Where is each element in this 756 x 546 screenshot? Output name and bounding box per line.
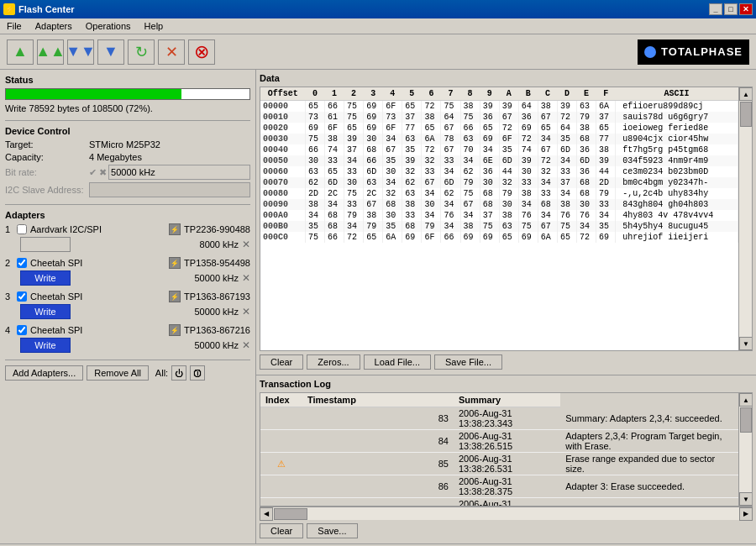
col-2: 2 bbox=[344, 87, 364, 101]
data-scroll-up[interactable]: ▲ bbox=[739, 87, 753, 101]
adapter-row1-1: 1 Aardvark I2C/SPI ⚡ TP2236-990488 bbox=[5, 223, 250, 235]
list-item: 87 2006-Aug-31 13:38:28.484 Adapter 2: E… bbox=[260, 498, 738, 507]
power-on-button[interactable]: ⏻ bbox=[171, 365, 186, 381]
close-button[interactable]: ✕ bbox=[739, 3, 753, 15]
progress-bar-container bbox=[5, 88, 250, 100]
data-buttons: Clear Zeros... Load File... Save File... bbox=[260, 351, 753, 371]
data-table-scroll[interactable]: Offset 0 1 2 3 4 5 6 7 8 9 bbox=[260, 87, 738, 350]
toolbar-down-button[interactable]: ▼ bbox=[97, 39, 124, 65]
adapter-name-3: Cheetah SPI bbox=[30, 291, 165, 302]
table-row: 00040667437686735726770343574676D3638ft7… bbox=[260, 144, 738, 155]
adapter-write-btn-2[interactable]: Write bbox=[20, 270, 71, 286]
log-table-wrapper: Index Timestamp Summary 83 2006-Aug-31 1… bbox=[260, 392, 753, 507]
menu-operations[interactable]: Operations bbox=[82, 20, 134, 32]
toolbar: ▲ ▲▲ ▼▼ ▼ ↻ ✕ ⊗ TOTALPHASE bbox=[0, 34, 756, 70]
logo: TOTALPHASE bbox=[638, 39, 749, 65]
col-c: C bbox=[538, 87, 557, 101]
adapter-num-4: 4 bbox=[5, 325, 13, 335]
toolbar-refresh-button[interactable]: ↻ bbox=[128, 39, 155, 65]
maximize-button[interactable]: □ bbox=[724, 3, 738, 15]
adapter-num-3: 3 bbox=[5, 291, 13, 302]
adapter-close-4[interactable]: ✕ bbox=[242, 339, 250, 351]
toolbar-up-all-button[interactable]: ▲▲ bbox=[37, 39, 64, 65]
table-row: 000503033346635393233346E6D3972346D39034… bbox=[260, 155, 738, 166]
adapter-checkbox-2[interactable] bbox=[17, 258, 27, 268]
data-table-header: Offset 0 1 2 3 4 5 6 7 8 9 bbox=[260, 87, 738, 101]
adapter-checkbox-4[interactable] bbox=[17, 325, 27, 335]
list-item: 86 2006-Aug-31 13:38:28.375 Adapter 3: E… bbox=[260, 475, 738, 498]
bitrate-label: Bit rate: bbox=[5, 167, 89, 177]
adapter-icon-3: ⚡ bbox=[169, 291, 181, 302]
hz-scroll-right[interactable]: ▶ bbox=[739, 507, 753, 521]
power-off-button[interactable]: ⏼ bbox=[190, 365, 205, 381]
remove-all-button[interactable]: Remove All bbox=[87, 365, 149, 381]
table-row: 00070626D30633462676D793032333437682Dbm0… bbox=[260, 177, 738, 188]
table-row: 000307538393034636A7863696F7234356877u89… bbox=[260, 134, 738, 144]
i2c-input[interactable] bbox=[89, 182, 250, 197]
log-scroll-down[interactable]: ▼ bbox=[739, 492, 753, 506]
hz-scrollbar: ◀ ▶ bbox=[260, 507, 753, 520]
log-col-index: Index bbox=[260, 393, 302, 407]
menu-help[interactable]: Help bbox=[141, 20, 167, 32]
adapter-row2-3: Write 50000 kHz ✕ bbox=[20, 304, 250, 319]
adapter-name-1: Aardvark I2C/SPI bbox=[30, 224, 165, 234]
adapter-speed-3: 50000 kHz bbox=[74, 307, 239, 317]
log-warn-cell bbox=[260, 430, 302, 453]
list-item: 83 2006-Aug-31 13:38:23.343 Summary: Ada… bbox=[260, 407, 738, 430]
col-6: 6 bbox=[422, 87, 441, 101]
adapter-speed-2: 50000 kHz bbox=[74, 273, 239, 283]
bitrate-input[interactable] bbox=[108, 165, 250, 180]
data-scroll-thumb[interactable] bbox=[740, 102, 752, 127]
table-row: 00000656675696F657275383939643839636Aefi… bbox=[260, 101, 738, 113]
data-zeros-button[interactable]: Zeros... bbox=[307, 354, 360, 370]
col-a: A bbox=[499, 87, 518, 101]
window-controls: _ □ ✕ bbox=[709, 3, 753, 15]
list-item: ⚠ 85 2006-Aug-31 13:38:26.531 Erase rang… bbox=[260, 453, 738, 475]
adapter-name-4: Cheetah SPI bbox=[30, 325, 165, 335]
col-ascii: ASCII bbox=[616, 87, 738, 101]
col-9: 9 bbox=[480, 87, 499, 101]
log-clear-button[interactable]: Clear bbox=[260, 523, 303, 538]
adapter-row1-3: 3 Cheetah SPI ⚡ TP1363-867193 bbox=[5, 291, 250, 302]
menu-file[interactable]: File bbox=[3, 20, 25, 32]
table-row: 000B0356834793568793438756375677534355h4… bbox=[260, 221, 738, 232]
target-row: Target: STMicro M25P32 bbox=[5, 139, 250, 150]
adapter-close-1[interactable]: ✕ bbox=[242, 239, 250, 250]
adapter-checkbox-3[interactable] bbox=[17, 291, 27, 302]
log-warn-cell: ⚠ bbox=[260, 453, 302, 475]
log-scroll-thumb[interactable] bbox=[740, 407, 752, 433]
status-section-title: Status bbox=[5, 75, 250, 85]
data-scroll-down[interactable]: ▼ bbox=[739, 337, 753, 350]
col-1: 1 bbox=[325, 87, 344, 101]
progress-bar-fill bbox=[6, 89, 181, 99]
data-load-button[interactable]: Load File... bbox=[364, 354, 431, 370]
log-table-scroll[interactable]: Index Timestamp Summary 83 2006-Aug-31 1… bbox=[260, 393, 738, 506]
log-save-button[interactable]: Save... bbox=[307, 523, 357, 538]
adapter-checkbox-1[interactable] bbox=[17, 224, 27, 234]
adapter-num-1: 1 bbox=[5, 224, 13, 234]
toolbar-delete-button[interactable]: ✕ bbox=[158, 39, 185, 65]
adapter-id-3: TP1363-867193 bbox=[184, 291, 250, 302]
data-save-button[interactable]: Save File... bbox=[434, 354, 502, 370]
hz-scroll-thumb[interactable] bbox=[274, 508, 307, 520]
data-clear-button[interactable]: Clear bbox=[260, 354, 303, 370]
toolbar-stop-button[interactable]: ⊗ bbox=[188, 39, 215, 65]
log-warn-cell bbox=[260, 498, 302, 507]
minimize-button[interactable]: _ bbox=[709, 3, 722, 15]
table-row: 0001073617569733738647536673667727937sau… bbox=[260, 112, 738, 123]
list-item: 84 2006-Aug-31 13:38:26.515 Adapters 2,3… bbox=[260, 430, 738, 453]
i2c-row: I2C Slave Address: bbox=[5, 182, 250, 197]
menu-adapters[interactable]: Adapters bbox=[32, 20, 76, 32]
hz-scroll-left[interactable]: ◀ bbox=[260, 507, 273, 521]
toolbar-up-button[interactable]: ▲ bbox=[7, 39, 34, 65]
log-scroll-up[interactable]: ▲ bbox=[739, 393, 753, 407]
logo-text: TOTALPHASE bbox=[661, 45, 743, 58]
toolbar-down-all-button[interactable]: ▼▼ bbox=[67, 39, 94, 65]
adapter-close-2[interactable]: ✕ bbox=[242, 272, 250, 284]
adapters-section: Adapters 1 Aardvark I2C/SPI ⚡ TP2236-990… bbox=[5, 204, 250, 381]
adapter-write-btn-3[interactable]: Write bbox=[20, 304, 71, 319]
adapter-write-btn-4[interactable]: Write bbox=[20, 338, 71, 353]
adapter-icon-4: ⚡ bbox=[169, 324, 181, 336]
adapter-close-3[interactable]: ✕ bbox=[242, 306, 250, 318]
add-adapters-button[interactable]: Add Adapters... bbox=[5, 365, 83, 381]
